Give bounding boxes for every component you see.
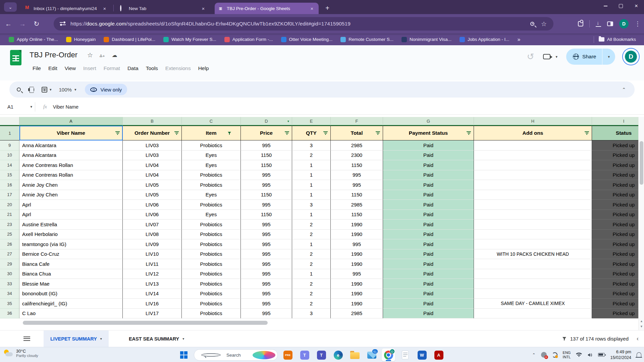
- header-cell[interactable]: Item: [182, 126, 241, 140]
- column-header-I[interactable]: I: [592, 117, 638, 126]
- cell-total[interactable]: 1150: [331, 210, 383, 220]
- cell-name[interactable]: Blessie Mae: [19, 279, 123, 289]
- bookmark-item[interactable]: Nonimmigrant Visa...: [397, 35, 455, 44]
- cell-name[interactable]: Aprl: [19, 200, 123, 210]
- cell-name[interactable]: Austine Estrella: [19, 220, 123, 230]
- cell-order[interactable]: LIV12: [123, 269, 182, 279]
- cell-item[interactable]: Eyes: [182, 210, 241, 220]
- cell-addons[interactable]: [474, 279, 592, 289]
- sheet-tab-menu-caret[interactable]: ▾: [182, 337, 184, 341]
- cell-item[interactable]: Probiotics: [182, 309, 241, 319]
- cell-qty[interactable]: 2: [292, 220, 331, 230]
- browser-menu-icon[interactable]: ⋮: [635, 20, 641, 27]
- account-avatar[interactable]: D: [624, 50, 638, 64]
- taskbar-app-file-explorer[interactable]: [348, 349, 362, 361]
- cell-total[interactable]: 995: [331, 269, 383, 279]
- format-options-icon[interactable]: ▾: [42, 87, 52, 93]
- filter-button-icon[interactable]: [467, 131, 471, 135]
- wifi-icon[interactable]: [576, 353, 582, 357]
- cell-total[interactable]: 1150: [331, 160, 383, 170]
- row-number[interactable]: 36: [0, 309, 19, 319]
- row-number[interactable]: 10: [0, 150, 19, 161]
- cell-name[interactable]: Anna Alcantara: [19, 140, 123, 150]
- cell-qty[interactable]: 2: [292, 299, 331, 309]
- language-indicator[interactable]: ENG INTL: [563, 351, 571, 359]
- cell-total[interactable]: 995: [331, 180, 383, 190]
- collapse-toolbar-icon[interactable]: ⌃: [622, 87, 626, 92]
- cell-item[interactable]: Probiotics: [182, 140, 241, 150]
- cell-name[interactable]: bononobutt (IG): [19, 289, 123, 299]
- taskbar-app-chrome[interactable]: D: [382, 349, 395, 361]
- cell-price[interactable]: 995: [241, 170, 292, 180]
- cell-name[interactable]: Bianca Cafe: [19, 259, 123, 269]
- bookmark-item[interactable]: Apply Online - The...: [5, 35, 62, 44]
- cell-price[interactable]: 1150: [241, 160, 292, 170]
- reload-button[interactable]: ↻: [31, 18, 42, 29]
- cell-item[interactable]: Probiotics: [182, 180, 241, 190]
- bookmark-star-icon[interactable]: ☆: [541, 20, 547, 28]
- all-sheets-icon[interactable]: [23, 337, 30, 341]
- row-number[interactable]: 21: [0, 210, 19, 220]
- scroll-down-arrow[interactable]: ▼: [640, 325, 643, 328]
- cell-order[interactable]: LIV08: [123, 230, 182, 240]
- cell-order[interactable]: LIV05: [123, 190, 182, 200]
- menu-view[interactable]: View: [61, 63, 79, 73]
- cell-name[interactable]: Axell Herbolario: [19, 230, 123, 240]
- header-cell[interactable]: Payment Status: [383, 126, 474, 140]
- cell-name[interactable]: califrenchiegirl_ (IG): [19, 299, 123, 309]
- cell-item[interactable]: Probiotics: [182, 299, 241, 309]
- cell-addons[interactable]: [474, 309, 592, 319]
- taskbar-app-teams[interactable]: T: [315, 349, 328, 361]
- sheet-tab-east-sea-summary[interactable]: EAST SEA SUMMARY▾: [122, 330, 191, 347]
- site-info-icon[interactable]: [60, 21, 66, 26]
- copilot-icon[interactable]: [253, 351, 275, 359]
- cell-qty[interactable]: 2: [292, 289, 331, 299]
- column-header-D[interactable]: D▾: [241, 117, 292, 126]
- bookmark-item[interactable]: Remote Customer S...: [336, 35, 397, 44]
- cell-status[interactable]: Picked up: [592, 259, 638, 269]
- cell-payment[interactable]: Paid: [383, 220, 474, 230]
- cell-addons[interactable]: [474, 140, 592, 150]
- row-number[interactable]: 16: [0, 180, 19, 190]
- cell-total[interactable]: 1990: [331, 299, 383, 309]
- cell-name[interactable]: Bianca Chua: [19, 269, 123, 279]
- cell-item[interactable]: Probiotics: [182, 200, 241, 210]
- address-bar[interactable]: https://docs.google.com/spreadsheets/d/1…: [54, 17, 553, 31]
- column-header-E[interactable]: E: [292, 117, 331, 126]
- document-title[interactable]: TBJ Pre-Order: [30, 51, 77, 59]
- cell-item[interactable]: Probiotics: [182, 230, 241, 240]
- cell-name[interactable]: Anne Contreras Rollan: [19, 170, 123, 180]
- cell-addons[interactable]: [474, 269, 592, 279]
- volume-icon[interactable]: [587, 353, 593, 357]
- cell-qty[interactable]: 2: [292, 150, 331, 161]
- cell-item[interactable]: Eyes: [182, 150, 241, 161]
- cell-qty[interactable]: 2: [292, 279, 331, 289]
- cell-price[interactable]: 995: [241, 309, 292, 319]
- row-number[interactable]: 23: [0, 220, 19, 230]
- tab-close-icon[interactable]: ×: [101, 5, 108, 12]
- cell-qty[interactable]: 1: [292, 160, 331, 170]
- cell-item[interactable]: Probiotics: [182, 249, 241, 259]
- cell-name[interactable]: C Lao: [19, 309, 123, 319]
- battery-icon[interactable]: [598, 353, 605, 357]
- cell-total[interactable]: 1150: [331, 190, 383, 200]
- cell-status[interactable]: Picked up: [592, 269, 638, 279]
- cell-total[interactable]: 1990: [331, 259, 383, 269]
- row-number[interactable]: 17: [0, 190, 19, 200]
- header-cell[interactable]: Price: [241, 126, 292, 140]
- active-filter-funnel-icon[interactable]: [227, 131, 232, 135]
- cell-item[interactable]: Probiotics: [182, 289, 241, 299]
- cell-order[interactable]: LIV04: [123, 160, 182, 170]
- cell-addons[interactable]: WITH 10 PACKS CHICKEN HEAD: [474, 249, 592, 259]
- print-icon[interactable]: [28, 87, 34, 92]
- filter-button-icon[interactable]: [285, 131, 289, 135]
- cell-status[interactable]: Picked up: [592, 309, 638, 319]
- filter-button-icon[interactable]: [174, 131, 179, 135]
- cell-item[interactable]: Probiotics: [182, 259, 241, 269]
- extensions-icon[interactable]: [578, 21, 583, 26]
- cell-price[interactable]: 995: [241, 259, 292, 269]
- header-cell[interactable]: QTY: [292, 126, 331, 140]
- taskbar-search[interactable]: Search: [194, 349, 278, 361]
- menu-data[interactable]: Data: [124, 63, 142, 73]
- cell-payment[interactable]: Paid: [383, 190, 474, 200]
